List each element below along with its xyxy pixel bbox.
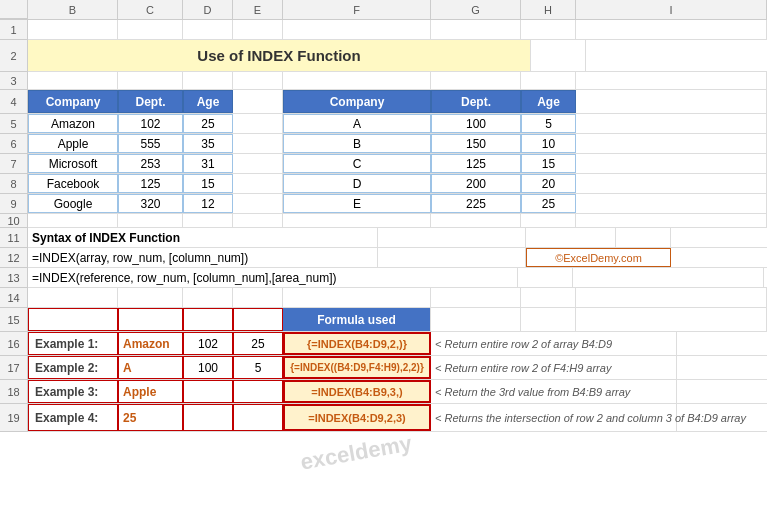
ex2-val1: 100 bbox=[183, 356, 233, 379]
title-cell: Use of INDEX Function bbox=[28, 40, 531, 71]
cell-i1 bbox=[576, 20, 767, 39]
row-header-15: 15 bbox=[0, 308, 28, 332]
formula-used-header: Formula used bbox=[283, 308, 431, 331]
row-header-18: 18 bbox=[0, 380, 28, 404]
ex2-note: < Return entire row 2 of F4:H9 array bbox=[431, 356, 677, 379]
row-2-title: Use of INDEX Function bbox=[28, 40, 767, 72]
row-3 bbox=[28, 72, 767, 90]
cell-f12 bbox=[378, 248, 526, 267]
cell-c10 bbox=[118, 214, 183, 227]
ex1-note: < Return entire row 2 of array B4:D9 bbox=[431, 332, 677, 355]
cell-i6 bbox=[576, 134, 767, 153]
cell-e11 bbox=[328, 228, 378, 247]
ex4-val2 bbox=[233, 404, 283, 431]
exceldemy-badge: ©ExcelDemy.com bbox=[526, 248, 671, 267]
corner-cell bbox=[0, 0, 28, 19]
ex4-highlight: 25 bbox=[118, 404, 183, 431]
cell-h2 bbox=[531, 40, 586, 71]
cell-g1 bbox=[431, 20, 521, 39]
cell-c14 bbox=[118, 288, 183, 307]
t2-r5-company: E bbox=[283, 194, 431, 213]
ex1-highlight: Amazon bbox=[118, 332, 183, 355]
row-header-19: 19 bbox=[0, 404, 28, 432]
syntax-label: Syntax of INDEX Function bbox=[28, 228, 328, 247]
ex1-label: Example 1: bbox=[28, 332, 118, 355]
cell-h1 bbox=[521, 20, 576, 39]
row-headers: 1 2 3 4 5 6 7 8 9 10 11 12 13 14 15 16 1… bbox=[0, 20, 28, 432]
t1-header-age: Age bbox=[183, 90, 233, 113]
col-header-e: E bbox=[233, 0, 283, 19]
col-header-i: I bbox=[576, 0, 767, 19]
col-header-d: D bbox=[183, 0, 233, 19]
cell-i3 bbox=[576, 72, 767, 89]
t2-r4-dept: 200 bbox=[431, 174, 521, 193]
cell-i11 bbox=[671, 228, 767, 247]
t1-r3-company: Microsoft bbox=[28, 154, 118, 173]
row-12-form1: =INDEX(array, row_num, [column_num]) ©Ex… bbox=[28, 248, 767, 268]
cell-g14 bbox=[431, 288, 521, 307]
ex1-formula: {=INDEX(B4:D9,2,)} bbox=[283, 332, 431, 355]
ex3-formula: =INDEX(B4:B9,3,) bbox=[283, 380, 431, 403]
cell-f1 bbox=[283, 20, 431, 39]
cell-g15 bbox=[431, 308, 521, 331]
cell-e6 bbox=[233, 134, 283, 153]
t1-header-dept: Dept. bbox=[118, 90, 183, 113]
t2-header-dept: Dept. bbox=[431, 90, 521, 113]
ex4-formula: =INDEX(B4:D9,2,3) bbox=[283, 404, 431, 431]
t2-r3-age: 15 bbox=[521, 154, 576, 173]
ex3-highlight: Apple bbox=[118, 380, 183, 403]
ex2-val2: 5 bbox=[233, 356, 283, 379]
row-header-6: 6 bbox=[0, 134, 28, 154]
grid: Use of INDEX Function Company De bbox=[28, 20, 767, 432]
cell-i5 bbox=[576, 114, 767, 133]
t1-r2-dept: 555 bbox=[118, 134, 183, 153]
t1-r3-dept: 253 bbox=[118, 154, 183, 173]
row-16-ex1: Example 1: Amazon 102 25 {=INDEX(B4:D9,2… bbox=[28, 332, 767, 356]
cell-i14 bbox=[576, 288, 767, 307]
cell-h11 bbox=[616, 228, 671, 247]
t1-r5-dept: 320 bbox=[118, 194, 183, 213]
row-header-8: 8 bbox=[0, 174, 28, 194]
row-header-14: 14 bbox=[0, 288, 28, 308]
cell-g10 bbox=[431, 214, 521, 227]
t2-r4-age: 20 bbox=[521, 174, 576, 193]
col-header-b: B bbox=[28, 0, 118, 19]
ex3-label: Example 3: bbox=[28, 380, 118, 403]
cell-f3 bbox=[283, 72, 431, 89]
spreadsheet-body: 1 2 3 4 5 6 7 8 9 10 11 12 13 14 15 16 1… bbox=[0, 20, 767, 432]
row-4-headers: Company Dept. Age Company Dept. Age bbox=[28, 90, 767, 114]
t1-r4-company: Facebook bbox=[28, 174, 118, 193]
row-header-16: 16 bbox=[0, 332, 28, 356]
t1-r2-company: Apple bbox=[28, 134, 118, 153]
row-header-13: 13 bbox=[0, 268, 28, 288]
cell-e9 bbox=[233, 194, 283, 213]
t2-r5-dept: 225 bbox=[431, 194, 521, 213]
t1-r1-company: Amazon bbox=[28, 114, 118, 133]
cell-b3 bbox=[28, 72, 118, 89]
cell-f11 bbox=[378, 228, 526, 247]
cell-h13 bbox=[518, 268, 573, 287]
t1-header-company: Company bbox=[28, 90, 118, 113]
t1-r4-dept: 125 bbox=[118, 174, 183, 193]
row-8-data: Facebook 125 15 D 200 20 bbox=[28, 174, 767, 194]
t1-r1-dept: 102 bbox=[118, 114, 183, 133]
cell-h3 bbox=[521, 72, 576, 89]
cell-d14 bbox=[183, 288, 233, 307]
ex3-val1 bbox=[183, 380, 233, 403]
cell-b10 bbox=[28, 214, 118, 227]
col-header-g: G bbox=[431, 0, 521, 19]
cell-e12 bbox=[328, 248, 378, 267]
cell-e4 bbox=[233, 90, 283, 113]
cell-i9 bbox=[576, 194, 767, 213]
cell-i10 bbox=[576, 214, 767, 227]
row-header-1: 1 bbox=[0, 20, 28, 40]
syntax-form2: =INDEX(reference, row_num, [column_num],… bbox=[28, 268, 428, 287]
cell-e5 bbox=[233, 114, 283, 133]
cell-f10 bbox=[283, 214, 431, 227]
t2-r4-company: D bbox=[283, 174, 431, 193]
cell-g11 bbox=[526, 228, 616, 247]
t2-header-age: Age bbox=[521, 90, 576, 113]
cell-c15 bbox=[118, 308, 183, 331]
row-header-12: 12 bbox=[0, 248, 28, 268]
t1-r2-age: 35 bbox=[183, 134, 233, 153]
